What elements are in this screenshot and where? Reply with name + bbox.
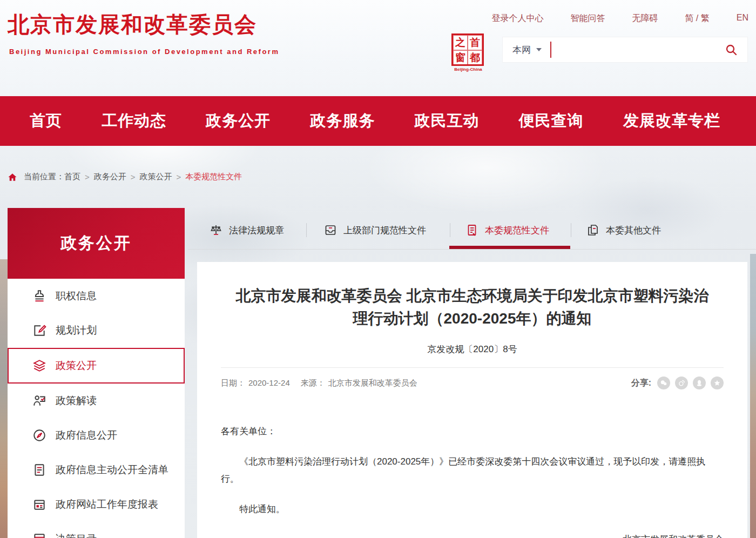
search-icon (725, 43, 738, 56)
breadcrumb-separator: > (177, 172, 181, 181)
breadcrumb-separator: > (131, 172, 136, 181)
date-label: 日期： (221, 378, 245, 388)
nav-item-work-news[interactable]: 工作动态 (102, 110, 166, 132)
document-number: 京发改规〔2020〕8号 (221, 343, 724, 355)
tab-laws-regulations[interactable]: 法律法规规章 (210, 219, 284, 241)
report-table-icon (32, 497, 46, 512)
share-toolbar: 分享: (631, 376, 724, 389)
sidebar-item-label: 职权信息 (56, 289, 97, 303)
doc-list-icon (32, 463, 46, 477)
tab-label: 法律法规规章 (229, 224, 284, 237)
share-wechat-icon[interactable] (657, 376, 670, 389)
article-body: 各有关单位： 《北京市塑料污染治理行动计划（2020-2025年）》已经市委深改… (221, 423, 724, 538)
search-scope-label: 本网 (512, 44, 531, 56)
search-button[interactable] (725, 43, 738, 56)
tab-separator (571, 223, 571, 237)
tabs-baseline-rule (188, 249, 756, 250)
site-logo-title: 北京市发展和改革委员会 (8, 10, 257, 39)
body-paragraph: 《北京市塑料污染治理行动计划（2020-2025年）》已经市委深改委第十四次会议… (221, 453, 724, 488)
sidebar-header: 政务公开 (8, 208, 185, 279)
nav-item-interaction[interactable]: 政民互动 (415, 110, 480, 132)
seal-char: 窗 (453, 50, 468, 65)
body-paragraph: 特此通知。 (221, 501, 724, 518)
background-right-strip (750, 254, 756, 538)
sidebar-item-website-annual-report[interactable]: 政府网站工作年度报表 (8, 487, 185, 522)
share-label: 分享: (631, 378, 651, 389)
accessibility-link[interactable]: 无障碍 (632, 13, 658, 24)
active-tab-underline (449, 246, 570, 249)
files-icon (586, 224, 599, 237)
seal-char: 之 (453, 35, 468, 50)
breadcrumb-label: 当前位置： (24, 172, 64, 182)
tab-superior-normative-docs[interactable]: 上级部门规范性文件 (324, 219, 426, 241)
beijing-china-seal-logo[interactable]: 之 首 窗 都 Beijing-China (451, 33, 485, 72)
sidebar-item-authority-info[interactable]: 职权信息 (8, 279, 185, 313)
background-left-strip (0, 259, 8, 538)
document-category-tabs: 法律法规规章 上级部门规范性文件 本委规范性文件 (0, 219, 756, 241)
sidebar-item-planning[interactable]: 规划计划 (8, 313, 185, 348)
sidebar-item-label: 规划计划 (56, 324, 97, 338)
source-value: 北京市发展和改革委员会 (328, 378, 417, 388)
search-scope-dropdown[interactable]: 本网 (512, 44, 542, 56)
sidebar-item-decision-catalog[interactable]: 决策目录 (8, 522, 185, 538)
meta-divider (221, 367, 724, 368)
nav-item-gov-services[interactable]: 政务服务 (310, 110, 375, 132)
sidebar-item-label: 政府信息主动公开全清单 (56, 463, 168, 477)
tab-label: 上级部门规范性文件 (343, 224, 426, 237)
nav-item-home[interactable]: 首页 (30, 110, 62, 132)
seal-char: 首 (468, 35, 482, 50)
nav-item-convenient-query[interactable]: 便民查询 (519, 110, 584, 132)
share-weibo-icon[interactable] (675, 376, 688, 389)
sidebar-item-gov-info-disclosure[interactable]: 政府信息公开 (8, 418, 185, 453)
share-qq-icon[interactable] (693, 376, 706, 389)
page: 北京市发展和改革委员会 Beijing Municipal Commission… (0, 0, 756, 538)
breadcrumb: 当前位置： 首页 > 政务公开 > 政策公开 > 本委规范性文件 (8, 172, 242, 182)
sidebar-item-policy-disclosure[interactable]: 政策公开 (8, 348, 185, 384)
breadcrumb-separator: > (85, 172, 90, 181)
sidebar-item-label: 政府网站工作年度报表 (56, 497, 158, 512)
breadcrumb-gov-disclosure[interactable]: 政务公开 (94, 172, 126, 182)
tab-label: 本委规范性文件 (485, 224, 549, 237)
sidebar: 政务公开 职权信息 规划计划 (8, 208, 185, 538)
sidebar-item-proactive-disclosure-list[interactable]: 政府信息主动公开全清单 (8, 453, 185, 487)
sidebar-menu: 职权信息 规划计划 政策公开 (8, 279, 185, 538)
search-input-cursor (550, 42, 551, 58)
nav-item-gov-disclosure[interactable]: 政务公开 (206, 110, 271, 132)
simplified-traditional-toggle[interactable]: 简 / 繁 (685, 13, 709, 24)
doc-red-icon (465, 224, 478, 237)
compass-icon (32, 428, 46, 442)
sidebar-item-label: 政策解读 (56, 394, 97, 408)
sidebar-item-label: 政府信息公开 (56, 428, 117, 442)
plan-edit-icon (32, 324, 46, 338)
site-header: 北京市发展和改革委员会 Beijing Municipal Commission… (0, 0, 756, 81)
tab-label: 本委其他文件 (606, 224, 661, 237)
search-input[interactable] (559, 45, 725, 55)
stamp-icon (32, 289, 46, 303)
sidebar-item-policy-interpretation[interactable]: 政策解读 (8, 384, 185, 418)
article-signature: 北京市发展和改革委员会 (221, 531, 724, 538)
login-personal-center-link[interactable]: 登录个人中心 (491, 13, 543, 24)
share-qzone-icon[interactable] (711, 376, 724, 389)
smart-qa-link[interactable]: 智能问答 (570, 13, 605, 24)
tab-separator (450, 223, 450, 237)
english-link[interactable]: EN (737, 13, 748, 24)
article-meta: 日期： 2020-12-24 来源： 北京市发展和改革委员会 (221, 378, 425, 388)
seal-caption: Beijing-China (451, 67, 485, 72)
tab-commission-normative-docs[interactable]: 本委规范性文件 (465, 219, 549, 241)
seal-characters: 之 首 窗 都 (451, 33, 484, 66)
nav-item-reform-column[interactable]: 发展改革专栏 (623, 110, 720, 132)
date-value: 2020-12-24 (248, 378, 290, 388)
tab-commission-other-docs[interactable]: 本委其他文件 (586, 219, 661, 241)
catalog-icon (32, 532, 46, 538)
sidebar-item-label: 政策公开 (56, 359, 97, 373)
breadcrumb-policy-disclosure[interactable]: 政策公开 (140, 172, 172, 182)
person-interpret-icon (32, 394, 46, 408)
breadcrumb-current[interactable]: 本委规范性文件 (185, 172, 242, 182)
main-navigation: 首页 工作动态 政务公开 政务服务 政民互动 便民查询 发展改革专栏 (0, 96, 756, 146)
inbox-icon (324, 224, 337, 237)
home-icon[interactable] (8, 172, 17, 182)
chevron-down-icon (536, 48, 542, 51)
breadcrumb-home[interactable]: 首页 (64, 172, 80, 182)
tab-separator (306, 223, 307, 237)
sidebar-item-label: 决策目录 (56, 532, 97, 538)
